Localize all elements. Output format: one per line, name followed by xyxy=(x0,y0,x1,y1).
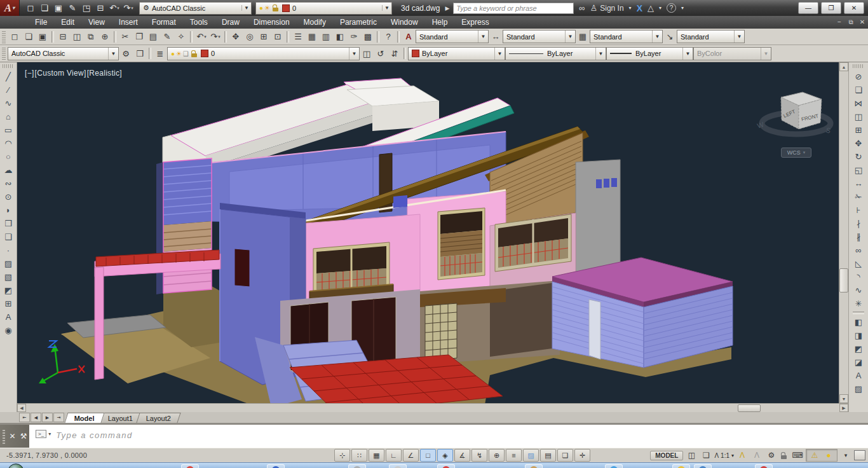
sheet-set-manager-icon[interactable]: ◧ xyxy=(333,30,347,43)
menu-item-edit[interactable]: Edit xyxy=(54,18,81,27)
copy-icon[interactable]: ❏ xyxy=(852,83,865,97)
publish-icon[interactable]: ⧉ xyxy=(84,30,98,43)
make-block-icon[interactable]: ❑ xyxy=(2,230,15,244)
cut-icon[interactable]: ✂ xyxy=(118,30,132,43)
communication-center-icon[interactable]: △ xyxy=(648,3,654,13)
polar-tracking-toggle[interactable]: ∠ xyxy=(403,449,419,462)
command-input[interactable] xyxy=(55,430,868,441)
toolbar-grip[interactable] xyxy=(3,64,14,68)
block-editor-icon[interactable]: ✧ xyxy=(174,30,188,43)
tab-nav-button--[interactable]: ▶ xyxy=(42,413,53,422)
menu-item-dimension[interactable]: Dimension xyxy=(247,18,297,27)
restore-button[interactable]: ❐ xyxy=(821,2,841,14)
isolate-objects-bulb-icon[interactable]: ● xyxy=(822,450,835,461)
plot-icon[interactable]: ⊟ xyxy=(56,30,70,43)
bring-to-front-icon[interactable]: ◧ xyxy=(852,315,865,329)
horizontal-scrollbar[interactable]: ◀ ▶ xyxy=(17,403,848,412)
construction-line-icon[interactable]: ∕ xyxy=(2,83,15,97)
add-selected-icon[interactable]: ◉ xyxy=(2,324,15,337)
blend-curves-icon[interactable]: ∿ xyxy=(852,284,865,297)
quick-properties-toggle[interactable]: ▤ xyxy=(540,449,556,462)
offset-icon[interactable]: ◫ xyxy=(852,110,865,123)
exchange-apps-icon[interactable]: X xyxy=(637,3,642,13)
explode-icon[interactable]: ✳ xyxy=(852,297,865,310)
send-to-back-icon[interactable]: ◨ xyxy=(852,329,865,342)
lineweight-dropdown[interactable]: ByLayer▼ xyxy=(606,47,693,60)
spline-icon[interactable]: ∾ xyxy=(2,177,15,190)
menu-item-window[interactable]: Window xyxy=(384,18,425,27)
dimension-style-dropdown[interactable]: Standard▼ xyxy=(503,30,576,43)
infocenter-expand-icon[interactable]: ▶ xyxy=(445,5,449,11)
coordinates-readout[interactable]: -5.3971, 7.9730 , 0.0000 xyxy=(0,451,133,459)
lineweight-toggle[interactable]: ≡ xyxy=(506,449,522,462)
command-prompt[interactable]: >_ ▾ xyxy=(36,430,51,438)
paste-icon[interactable]: ▤ xyxy=(146,30,160,43)
ellipse-icon[interactable]: ⊙ xyxy=(2,190,15,203)
taskbar-app-icon[interactable] xyxy=(389,464,407,468)
sign-in-arrow-icon[interactable]: ▾ xyxy=(629,5,632,11)
viewport-view-control[interactable]: [Custom View] xyxy=(35,69,86,78)
new-file-icon[interactable]: ◻ xyxy=(24,2,37,15)
fillet-icon[interactable]: ◝ xyxy=(852,270,865,284)
workspace-dropdown[interactable]: ⚙ AutoCAD Classic ▼ xyxy=(139,2,252,15)
ortho-toggle[interactable]: ∟ xyxy=(386,449,402,462)
open-icon[interactable]: ❏ xyxy=(37,2,51,15)
status-menu-arrow-icon[interactable]: ▾ xyxy=(839,450,852,461)
table-style-dropdown[interactable]: Standard▼ xyxy=(590,30,663,43)
save-icon[interactable]: ▣ xyxy=(36,30,50,43)
save-icon[interactable]: ▣ xyxy=(51,2,65,15)
color-dropdown[interactable]: ByLayer▼ xyxy=(408,47,505,60)
sign-in-button[interactable]: Sign In xyxy=(600,4,623,13)
tab-nav-button--[interactable]: ⇤ xyxy=(19,413,30,422)
communication-arrow-icon[interactable]: ▾ xyxy=(659,5,661,11)
workspaces-dropdown[interactable]: AutoCAD Classic▼ xyxy=(8,47,119,60)
trim-icon[interactable]: ✁ xyxy=(852,190,865,203)
doc-minimize-button[interactable]: − xyxy=(834,18,845,26)
layer-isolate-icon[interactable]: ⇵ xyxy=(388,47,402,60)
grid-toggle[interactable]: ▦ xyxy=(369,449,384,462)
gradient-icon[interactable]: ▧ xyxy=(2,270,15,284)
clean-screen-button[interactable] xyxy=(854,450,865,460)
menu-item-modify[interactable]: Modify xyxy=(297,18,333,27)
web-publish-icon[interactable]: ⊕ xyxy=(98,30,112,43)
start-button[interactable] xyxy=(8,464,24,468)
scale-icon[interactable]: ◱ xyxy=(852,163,865,177)
properties-icon[interactable]: ☰ xyxy=(291,30,305,43)
revision-cloud-icon[interactable]: ☁ xyxy=(2,163,15,177)
join-icon[interactable]: ∞ xyxy=(852,244,865,257)
taskbar-app-icon[interactable] xyxy=(181,464,199,468)
annotation-visibility-icon[interactable]: Λ xyxy=(736,450,749,461)
multileader-style-dropdown[interactable]: Standard▼ xyxy=(677,30,745,43)
match-properties-icon[interactable]: ✎ xyxy=(160,30,174,43)
plot-preview-icon[interactable]: ◫ xyxy=(70,30,84,43)
snap-toggle[interactable]: ∷ xyxy=(351,449,367,462)
menu-item-parametric[interactable]: Parametric xyxy=(333,18,384,27)
scroll-down-arrow[interactable]: ▼ xyxy=(839,394,848,403)
zoom-window-icon[interactable]: ⊞ xyxy=(257,30,271,43)
pan-icon[interactable]: ✥ xyxy=(229,30,243,43)
close-button[interactable]: ✕ xyxy=(844,2,864,14)
copy-icon[interactable]: ❐ xyxy=(132,30,146,43)
toolbar-grip[interactable] xyxy=(2,31,6,43)
annotation-autoscale-icon[interactable]: Λ xyxy=(750,450,763,461)
taskbar-app-icon[interactable] xyxy=(605,464,623,468)
polyline-icon[interactable]: ∿ xyxy=(2,97,15,110)
tab-nav-button--[interactable]: ⇥ xyxy=(53,413,64,422)
menu-item-express[interactable]: Express xyxy=(454,18,496,27)
insert-block-icon[interactable]: ❒ xyxy=(2,217,15,230)
point-icon[interactable]: · xyxy=(2,244,15,257)
tray-warning-icon[interactable]: ⚠ xyxy=(808,450,821,461)
osnap-toggle[interactable]: □ xyxy=(420,449,436,462)
taskbar-app-icon[interactable] xyxy=(348,464,366,468)
menu-item-view[interactable]: View xyxy=(81,18,112,27)
horizontal-scroll-thumb[interactable] xyxy=(738,404,761,412)
redo-icon[interactable]: ↷▾ xyxy=(121,2,135,15)
polygon-icon[interactable]: ⌂ xyxy=(2,110,15,123)
help-arrow-icon[interactable]: ▾ xyxy=(681,5,684,11)
region-icon[interactable]: ◩ xyxy=(2,284,15,297)
my-workspace-icon[interactable]: ❒ xyxy=(133,47,147,60)
dynamic-ucs-toggle[interactable]: ↯ xyxy=(471,449,487,462)
minimize-button[interactable]: — xyxy=(798,2,818,14)
workspace-settings-icon[interactable]: ⚙ xyxy=(119,47,133,60)
zoom-previous-icon[interactable]: ⊡ xyxy=(271,30,285,43)
